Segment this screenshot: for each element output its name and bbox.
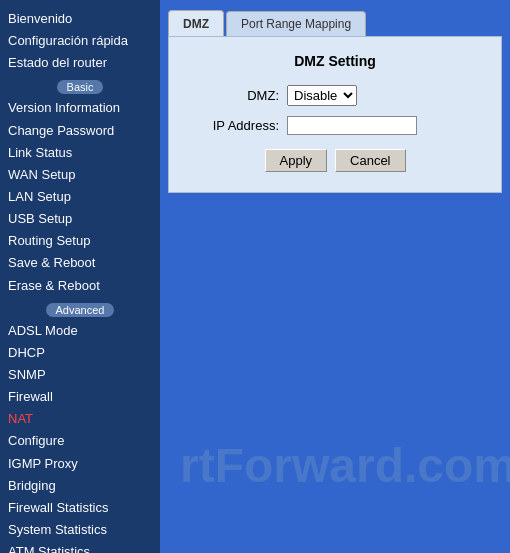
apply-button[interactable]: Apply [265,149,328,172]
sidebar-item-nat[interactable]: NAT [6,408,154,430]
sidebar-item-version-information[interactable]: Version Information [6,97,154,119]
sidebar-item-estado[interactable]: Estado del router [6,52,154,74]
dmz-select[interactable]: Disable Enable [287,85,357,106]
tab-dmz[interactable]: DMZ [168,10,224,36]
sidebar-item-dhcp[interactable]: DHCP [6,342,154,364]
sidebar-item-routing-setup[interactable]: Routing Setup [6,230,154,252]
sidebar-item-bienvenido[interactable]: Bienvenido [6,8,154,30]
sidebar-item-adsl-mode[interactable]: ADSL Mode [6,320,154,342]
sidebar-item-firewall[interactable]: Firewall [6,386,154,408]
sidebar-item-erase-reboot[interactable]: Erase & Reboot [6,275,154,297]
watermark: rtForward.com [180,438,510,493]
sidebar-item-link-status[interactable]: Link Status [6,142,154,164]
tabs-container: DMZ Port Range Mapping [168,10,502,36]
sidebar-item-snmp[interactable]: SNMP [6,364,154,386]
basic-badge: Basic [57,80,104,94]
sidebar-item-lan-setup[interactable]: LAN Setup [6,186,154,208]
dmz-panel: DMZ Setting DMZ: Disable Enable IP Addre… [168,36,502,193]
button-row: Apply Cancel [189,149,481,172]
sidebar: Bienvenido Configuración rápida Estado d… [0,0,160,553]
panel-title: DMZ Setting [189,53,481,69]
cancel-button[interactable]: Cancel [335,149,405,172]
ip-address-input[interactable] [287,116,417,135]
sidebar-item-configuracion[interactable]: Configuración rápida [6,30,154,52]
sidebar-item-system-statistics[interactable]: System Statistics [6,519,154,541]
sidebar-item-save-reboot[interactable]: Save & Reboot [6,252,154,274]
sidebar-item-change-password[interactable]: Change Password [6,120,154,142]
sidebar-item-firewall-statistics[interactable]: Firewall Statistics [6,497,154,519]
sidebar-item-usb-setup[interactable]: USB Setup [6,208,154,230]
advanced-badge: Advanced [46,303,115,317]
sidebar-item-atm-statistics[interactable]: ATM Statistics [6,541,154,553]
main-content: rtForward.com DMZ Port Range Mapping DMZ… [160,0,510,553]
ip-address-row: IP Address: [189,116,481,135]
sidebar-item-igmp-proxy[interactable]: IGMP Proxy [6,453,154,475]
ip-address-label: IP Address: [189,118,279,133]
dmz-row: DMZ: Disable Enable [189,85,481,106]
dmz-label: DMZ: [189,88,279,103]
sidebar-item-wan-setup[interactable]: WAN Setup [6,164,154,186]
tab-port-range-mapping[interactable]: Port Range Mapping [226,11,366,36]
sidebar-item-configure[interactable]: Configure [6,430,154,452]
sidebar-item-bridging[interactable]: Bridging [6,475,154,497]
